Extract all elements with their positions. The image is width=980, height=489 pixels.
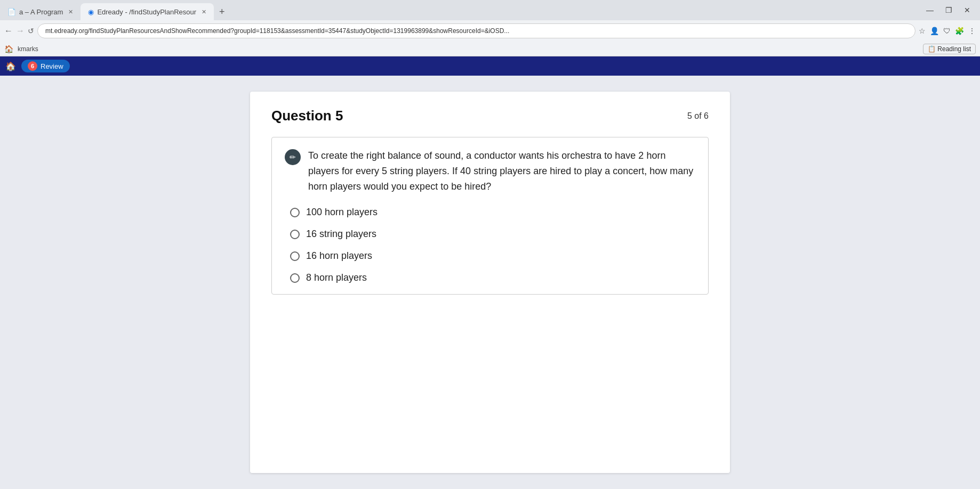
bookmarks-label: kmarks xyxy=(18,45,38,53)
option-label-2: 16 string players xyxy=(306,229,376,240)
review-label: Review xyxy=(41,62,63,70)
radio-option-1[interactable] xyxy=(290,208,300,217)
bookmarks-home-icon[interactable]: 🏠 xyxy=(4,45,13,53)
minimize-button[interactable]: — xyxy=(923,5,937,15)
question-title: Question 5 xyxy=(271,108,343,124)
bookmark-star-icon[interactable]: ☆ xyxy=(919,27,926,35)
radio-option-3[interactable] xyxy=(290,251,300,261)
address-bar: ← → ↺ ☆ 👤 🛡 🧩 ⋮ xyxy=(0,20,980,42)
option-label-4: 8 horn players xyxy=(306,272,367,283)
review-badge[interactable]: 6 Review xyxy=(21,60,70,72)
question-card: Question 5 5 of 6 ✏ To create the right … xyxy=(250,92,730,473)
nav-bar: 🏠 6 Review xyxy=(0,56,980,76)
question-text: To create the right balance of sound, a … xyxy=(308,148,695,194)
tab-close-2[interactable]: ✕ xyxy=(202,9,206,15)
new-tab-button[interactable]: + xyxy=(214,3,230,20)
reading-list-label: Reading list xyxy=(937,45,971,53)
browser-shield-icon[interactable]: 🛡 xyxy=(943,27,951,35)
extensions-icon[interactable]: 🧩 xyxy=(955,27,964,35)
question-body: ✏ To create the right balance of sound, … xyxy=(271,137,709,295)
question-header: Question 5 5 of 6 xyxy=(271,108,709,124)
restore-button[interactable]: ❐ xyxy=(942,5,955,15)
tab-label-2: Edready - /findStudyPlanResour xyxy=(97,8,196,16)
option-item-1[interactable]: 100 horn players xyxy=(290,207,695,218)
tab-edready[interactable]: ◉ Edready - /findStudyPlanResour ✕ xyxy=(81,3,214,20)
question-prompt-row: ✏ To create the right balance of sound, … xyxy=(285,148,695,194)
option-label-1: 100 horn players xyxy=(306,207,377,218)
tab-edready-icon: ◉ xyxy=(88,8,94,16)
bookmarks-bar: 🏠 kmarks 📋 Reading list xyxy=(0,42,980,56)
tab-page-icon: 📄 xyxy=(7,8,16,16)
option-item-4[interactable]: 8 horn players xyxy=(290,272,695,283)
forward-button[interactable]: → xyxy=(16,26,25,36)
pencil-icon: ✏ xyxy=(285,149,301,165)
tab-close-1[interactable]: ✕ xyxy=(68,9,73,15)
radio-option-4[interactable] xyxy=(290,273,300,283)
review-badge-number: 6 xyxy=(28,61,37,71)
options-list: 100 horn players 16 string players 16 ho… xyxy=(285,207,695,283)
profile-icon[interactable]: 👤 xyxy=(930,27,939,35)
tab-label-1: a – A Program xyxy=(19,8,63,16)
back-button[interactable]: ← xyxy=(4,26,13,36)
reload-button[interactable]: ↺ xyxy=(28,27,34,35)
content-area: Question 5 5 of 6 ✏ To create the right … xyxy=(0,76,980,489)
browser-tab-bar: 📄 a – A Program ✕ ◉ Edready - /findStudy… xyxy=(0,0,980,20)
nav-home-icon[interactable]: 🏠 xyxy=(5,61,16,71)
option-item-2[interactable]: 16 string players xyxy=(290,229,695,240)
close-button[interactable]: ✕ xyxy=(961,5,974,15)
reading-list-button[interactable]: 📋 Reading list xyxy=(923,44,976,54)
reading-list-icon: 📋 xyxy=(928,45,936,53)
url-input[interactable] xyxy=(37,23,915,38)
option-label-3: 16 horn players xyxy=(306,250,372,262)
tab-a-program[interactable]: 📄 a – A Program ✕ xyxy=(0,3,81,20)
question-progress: 5 of 6 xyxy=(687,111,709,121)
more-options-icon[interactable]: ⋮ xyxy=(968,27,976,35)
option-item-3[interactable]: 16 horn players xyxy=(290,250,695,262)
radio-option-2[interactable] xyxy=(290,230,300,239)
